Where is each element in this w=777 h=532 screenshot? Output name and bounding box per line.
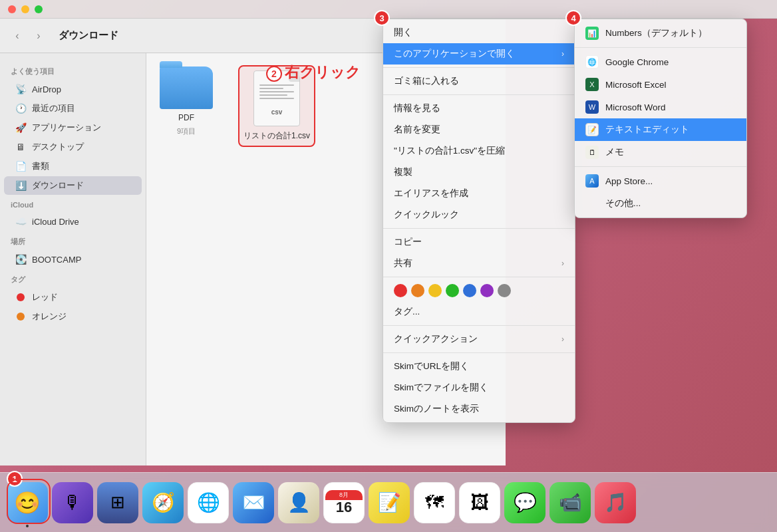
menu-item-alias[interactable]: エイリアスを作成 [383,183,575,204]
maximize-button[interactable] [35,5,43,13]
step3-badge: 3 [374,10,390,26]
submenu-item-textedit[interactable]: 📝 テキストエディット [575,118,746,141]
sidebar-item-documents[interactable]: 📄 書類 [4,157,142,176]
menu-separator-4 [383,277,575,277]
step4-badge: 4 [565,10,581,26]
menu-separator-6 [383,352,575,353]
music-dock-icon: 🎵 [604,491,627,513]
tag-dot-blue[interactable] [463,284,476,297]
pdf-folder-item[interactable]: PDF 9項目 [160,66,213,136]
dock-item-chrome[interactable]: 🌐 [188,482,229,523]
menu-item-quicklook[interactable]: クイックルック [383,204,575,225]
menu-item-quick-actions[interactable]: クイックアクション › [383,329,575,350]
submenu-separator-1 [575,47,746,48]
maps-dock-icon: 🗺 [425,491,444,513]
safari-dock-icon: 🧭 [152,491,175,513]
menu-item-copy[interactable]: コピー [383,231,575,253]
downloads-icon: ⬇️ [15,180,27,192]
mail-dock-icon: ✉️ [242,491,265,513]
menu-separator-3 [383,228,575,229]
documents-icon: 📄 [15,160,27,172]
icloud-drive-icon: ☁️ [15,215,27,227]
menu-item-skim-file[interactable]: Skimでファイルを開く [383,377,575,398]
dock-item-mail[interactable]: ✉️ [233,482,274,523]
tag-dot-yellow[interactable] [428,284,442,297]
menu-item-share[interactable]: 共有 › [383,253,575,274]
favorites-section-label: よく使う項目 [0,61,146,79]
dock: 1 😊 🎙 ⊞ 🧭 🌐 ✉️ 👤 8月 16 📝 🗺 🖼 💬 📹 🎵 [0,472,777,532]
dock-item-music[interactable]: 🎵 [595,482,636,523]
sidebar-item-airdrop-label: AirDrop [32,84,61,94]
submenu-item-memo[interactable]: 🗒 メモ [575,141,746,164]
dock-item-calendar[interactable]: 8月 16 [323,482,365,523]
tag-color-row [383,280,575,301]
textedit-icon: 📝 [585,123,599,136]
tag-dot-orange[interactable] [411,284,424,297]
bootcamp-icon: 💽 [15,253,27,265]
tag-dot-green[interactable] [446,284,459,297]
tag-orange-icon [15,311,27,323]
dock-item-notes[interactable]: 📝 [369,482,410,523]
menu-item-rename[interactable]: 名前を変更 [383,119,575,140]
tag-dot-purple[interactable] [480,284,494,297]
dock-item-launchpad[interactable]: ⊞ [97,482,138,523]
submenu-item-excel[interactable]: X Microsoft Excel [575,73,746,96]
menu-item-open-with[interactable]: このアプリケーションで開く › [383,43,575,65]
dock-item-safari[interactable]: 🧭 [142,482,184,523]
sidebar-item-icloud-drive[interactable]: ☁️ iCloud Drive [4,212,142,231]
facetime-dock-icon: 📹 [559,491,582,513]
sidebar-item-documents-label: 書類 [32,160,49,172]
submenu-item-chrome[interactable]: 🌐 Google Chrome [575,51,746,73]
menu-item-skim-notes[interactable]: Skimのノートを表示 [383,398,575,420]
dock-item-siri[interactable]: 🎙 [52,482,93,523]
sidebar-item-desktop[interactable]: 🖥 デスクトップ [4,138,142,156]
sidebar-item-bootcamp-label: BOOTCAMP [32,255,81,265]
folder-icon [160,66,213,109]
back-button[interactable]: ‹ [11,29,24,43]
menu-item-duplicate[interactable]: 複製 [383,162,575,183]
messages-dock-icon: 💬 [514,491,537,513]
finder-title: ダウンロード [59,29,118,42]
finder-dock-icon: 😊 [14,490,41,515]
menu-item-compress[interactable]: "リストの合計1.csv"を圧縮 [383,140,575,162]
applications-icon: 🚀 [15,122,27,134]
forward-button[interactable]: › [32,29,45,43]
menu-item-trash[interactable]: ゴミ箱に入れる [383,70,575,92]
tag-dot-gray[interactable] [498,284,511,297]
dock-item-maps[interactable]: 🗺 [414,482,455,523]
submenu-item-other[interactable]: その他... [575,192,746,215]
csv-file-name: リストの合計1.csv [243,130,310,142]
menu-item-tags[interactable]: タグ... [383,301,575,323]
dock-item-facetime[interactable]: 📹 [549,482,591,523]
tag-dot-red[interactable] [394,284,407,297]
sidebar-item-recents[interactable]: 🕐 最近の項目 [4,99,142,118]
minimize-button[interactable] [21,5,29,13]
submenu-item-word[interactable]: W Microsoft Word [575,96,746,118]
dock-item-finder[interactable]: 😊 [7,482,48,523]
sidebar-item-tag-red-label: レッド [32,291,58,303]
close-button[interactable] [8,5,16,13]
folder-name: PDF [178,113,194,122]
sidebar-item-airdrop[interactable]: 📡 AirDrop [4,80,142,98]
step1-badge: 1 [7,471,23,487]
sidebar-item-downloads[interactable]: ⬇️ ダウンロード [4,176,142,195]
dock-item-contacts[interactable]: 👤 [278,482,319,523]
quick-actions-arrow: › [561,334,564,344]
sidebar-item-applications[interactable]: 🚀 アプリケーション [4,118,142,137]
right-click-text: 右クリック [285,64,361,80]
menu-item-info[interactable]: 情報を見る [383,98,575,119]
dock-item-messages[interactable]: 💬 [504,482,545,523]
open-with-arrow: › [561,49,564,59]
dock-item-photos[interactable]: 🖼 [459,482,500,523]
menu-item-open[interactable]: 開く [383,22,575,43]
sidebar-item-tag-red[interactable]: レッド [4,288,142,307]
contacts-dock-icon: 👤 [287,491,311,513]
desktop-icon: 🖥 [15,141,27,153]
submenu-item-appstore[interactable]: A App Store... [575,170,746,192]
sidebar-item-bootcamp[interactable]: 💽 BOOTCAMP [4,250,142,269]
submenu-open-with: 4 📊 Numbers（デフォルト） 🌐 Google Chrome X Mic… [574,19,747,218]
submenu-item-numbers[interactable]: 📊 Numbers（デフォルト） [575,22,746,45]
sidebar-item-tag-orange[interactable]: オレンジ [4,307,142,326]
photos-dock-icon: 🖼 [470,491,489,513]
menu-item-skim-url[interactable]: SkimでURLを開く [383,356,575,377]
